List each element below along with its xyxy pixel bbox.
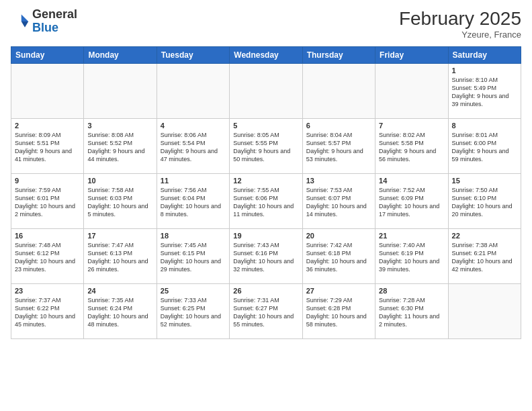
calendar-cell: 1Sunrise: 8:10 AM Sunset: 5:49 PM Daylig… (448, 64, 521, 119)
day-info: Sunrise: 7:33 AM Sunset: 6:25 PM Dayligh… (161, 296, 226, 329)
calendar-cell: 27Sunrise: 7:29 AM Sunset: 6:28 PM Dayli… (302, 284, 375, 339)
calendar-cell: 9Sunrise: 7:59 AM Sunset: 6:01 PM Daylig… (11, 174, 84, 229)
calendar-cell: 23Sunrise: 7:37 AM Sunset: 6:22 PM Dayli… (11, 284, 84, 339)
day-header-thursday: Thursday (302, 47, 375, 64)
day-number: 6 (306, 122, 371, 130)
day-info: Sunrise: 7:56 AM Sunset: 6:04 PM Dayligh… (161, 186, 226, 219)
day-number: 22 (452, 232, 517, 240)
day-info: Sunrise: 7:45 AM Sunset: 6:15 PM Dayligh… (161, 241, 226, 274)
day-number: 13 (306, 177, 371, 185)
day-info: Sunrise: 8:06 AM Sunset: 5:54 PM Dayligh… (161, 131, 226, 164)
calendar-cell: 28Sunrise: 7:28 AM Sunset: 6:30 PM Dayli… (375, 284, 448, 339)
day-info: Sunrise: 7:37 AM Sunset: 6:22 PM Dayligh… (15, 296, 80, 329)
day-header-wednesday: Wednesday (230, 47, 302, 64)
calendar-cell: 18Sunrise: 7:45 AM Sunset: 6:15 PM Dayli… (157, 229, 229, 284)
calendar-cell: 22Sunrise: 7:38 AM Sunset: 6:21 PM Dayli… (448, 229, 521, 284)
calendar-cell: 5Sunrise: 8:05 AM Sunset: 5:55 PM Daylig… (230, 119, 302, 174)
logo-general-text: General (32, 7, 77, 21)
day-number: 2 (15, 122, 80, 130)
calendar-cell: 3Sunrise: 8:08 AM Sunset: 5:52 PM Daylig… (84, 119, 157, 174)
day-number: 25 (161, 287, 226, 295)
day-info: Sunrise: 8:08 AM Sunset: 5:52 PM Dayligh… (87, 131, 152, 164)
logo: General Blue (11, 8, 77, 35)
logo-icon (11, 12, 30, 31)
day-number: 18 (161, 232, 226, 240)
day-info: Sunrise: 8:09 AM Sunset: 5:51 PM Dayligh… (15, 131, 80, 164)
month-year-title: February 2025 (399, 8, 521, 30)
calendar-cell (448, 284, 521, 339)
calendar-cell (375, 64, 448, 119)
calendar-cell (84, 64, 157, 119)
calendar-cell (230, 64, 302, 119)
day-number: 17 (87, 232, 152, 240)
day-info: Sunrise: 8:10 AM Sunset: 5:49 PM Dayligh… (452, 76, 517, 109)
day-number: 10 (87, 177, 152, 185)
day-info: Sunrise: 7:47 AM Sunset: 6:13 PM Dayligh… (87, 241, 152, 274)
calendar-cell: 26Sunrise: 7:31 AM Sunset: 6:27 PM Dayli… (230, 284, 302, 339)
calendar-cell: 7Sunrise: 8:02 AM Sunset: 5:58 PM Daylig… (375, 119, 448, 174)
svg-marker-1 (21, 21, 29, 28)
day-number: 23 (15, 287, 80, 295)
calendar-week-4: 16Sunrise: 7:48 AM Sunset: 6:12 PM Dayli… (11, 229, 521, 284)
day-number: 9 (15, 177, 80, 185)
day-number: 26 (233, 287, 298, 295)
calendar-cell: 10Sunrise: 7:58 AM Sunset: 6:03 PM Dayli… (84, 174, 157, 229)
calendar-cell: 8Sunrise: 8:01 AM Sunset: 6:00 PM Daylig… (448, 119, 521, 174)
day-number: 19 (233, 232, 298, 240)
day-info: Sunrise: 7:52 AM Sunset: 6:09 PM Dayligh… (379, 186, 444, 219)
svg-marker-0 (21, 14, 29, 21)
day-number: 3 (87, 122, 152, 130)
day-number: 14 (379, 177, 444, 185)
calendar-cell: 14Sunrise: 7:52 AM Sunset: 6:09 PM Dayli… (375, 174, 448, 229)
day-number: 20 (306, 232, 371, 240)
day-number: 8 (452, 122, 517, 130)
day-info: Sunrise: 7:58 AM Sunset: 6:03 PM Dayligh… (87, 186, 152, 219)
page-header: General Blue February 2025 Yzeure, Franc… (11, 8, 521, 40)
day-info: Sunrise: 7:28 AM Sunset: 6:30 PM Dayligh… (379, 296, 444, 329)
calendar-cell: 12Sunrise: 7:55 AM Sunset: 6:06 PM Dayli… (230, 174, 302, 229)
calendar-table: SundayMondayTuesdayWednesdayThursdayFrid… (11, 46, 521, 339)
day-number: 1 (452, 66, 517, 75)
day-info: Sunrise: 8:02 AM Sunset: 5:58 PM Dayligh… (379, 131, 444, 164)
day-header-sunday: Sunday (11, 47, 84, 64)
calendar-cell: 21Sunrise: 7:40 AM Sunset: 6:19 PM Dayli… (375, 229, 448, 284)
day-info: Sunrise: 8:01 AM Sunset: 6:00 PM Dayligh… (452, 131, 517, 164)
day-number: 24 (87, 287, 152, 295)
day-header-monday: Monday (84, 47, 157, 64)
day-info: Sunrise: 7:38 AM Sunset: 6:21 PM Dayligh… (452, 241, 517, 274)
calendar-week-3: 9Sunrise: 7:59 AM Sunset: 6:01 PM Daylig… (11, 174, 521, 229)
day-number: 7 (379, 122, 444, 130)
calendar-cell: 20Sunrise: 7:42 AM Sunset: 6:18 PM Dayli… (302, 229, 375, 284)
location-subtitle: Yzeure, France (399, 30, 521, 40)
calendar-cell: 19Sunrise: 7:43 AM Sunset: 6:16 PM Dayli… (230, 229, 302, 284)
calendar-cell: 24Sunrise: 7:35 AM Sunset: 6:24 PM Dayli… (84, 284, 157, 339)
calendar-cell: 17Sunrise: 7:47 AM Sunset: 6:13 PM Dayli… (84, 229, 157, 284)
day-info: Sunrise: 7:31 AM Sunset: 6:27 PM Dayligh… (233, 296, 298, 329)
day-info: Sunrise: 8:04 AM Sunset: 5:57 PM Dayligh… (306, 131, 371, 164)
day-number: 27 (306, 287, 371, 295)
day-info: Sunrise: 7:40 AM Sunset: 6:19 PM Dayligh… (379, 241, 444, 274)
calendar-cell: 6Sunrise: 8:04 AM Sunset: 5:57 PM Daylig… (302, 119, 375, 174)
day-info: Sunrise: 8:05 AM Sunset: 5:55 PM Dayligh… (233, 131, 298, 164)
day-info: Sunrise: 7:53 AM Sunset: 6:07 PM Dayligh… (306, 186, 371, 219)
calendar-week-2: 2Sunrise: 8:09 AM Sunset: 5:51 PM Daylig… (11, 119, 521, 174)
title-area: February 2025 Yzeure, France (399, 8, 521, 40)
day-number: 28 (379, 287, 444, 295)
day-info: Sunrise: 7:55 AM Sunset: 6:06 PM Dayligh… (233, 186, 298, 219)
calendar-week-5: 23Sunrise: 7:37 AM Sunset: 6:22 PM Dayli… (11, 284, 521, 339)
day-number: 21 (379, 232, 444, 240)
day-number: 11 (161, 177, 226, 185)
calendar-cell (157, 64, 229, 119)
calendar-week-1: 1Sunrise: 8:10 AM Sunset: 5:49 PM Daylig… (11, 64, 521, 119)
logo-blue-text: Blue (32, 21, 58, 34)
day-info: Sunrise: 7:35 AM Sunset: 6:24 PM Dayligh… (87, 296, 152, 329)
day-number: 16 (15, 232, 80, 240)
day-number: 15 (452, 177, 517, 185)
day-info: Sunrise: 7:50 AM Sunset: 6:10 PM Dayligh… (452, 186, 517, 219)
day-number: 4 (161, 122, 226, 130)
calendar-cell: 2Sunrise: 8:09 AM Sunset: 5:51 PM Daylig… (11, 119, 84, 174)
day-info: Sunrise: 7:59 AM Sunset: 6:01 PM Dayligh… (15, 186, 80, 219)
calendar-cell (302, 64, 375, 119)
day-info: Sunrise: 7:48 AM Sunset: 6:12 PM Dayligh… (15, 241, 80, 274)
calendar-cell: 11Sunrise: 7:56 AM Sunset: 6:04 PM Dayli… (157, 174, 229, 229)
